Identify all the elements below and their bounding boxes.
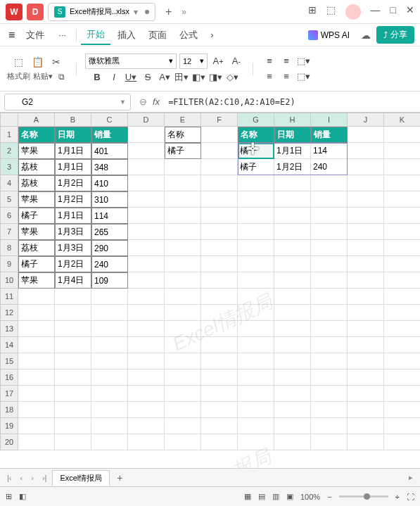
- cell[interactable]: [348, 191, 384, 208]
- cell[interactable]: 销量: [91, 127, 128, 143]
- cell[interactable]: [274, 434, 311, 450]
- row-header-2[interactable]: 2: [0, 143, 18, 159]
- cell[interactable]: [238, 353, 274, 369]
- cell[interactable]: [348, 321, 384, 337]
- cell[interactable]: [128, 353, 165, 369]
- tab-page[interactable]: 页面: [143, 26, 172, 44]
- cell[interactable]: [91, 289, 128, 305]
- cell[interactable]: [238, 175, 274, 191]
- cell[interactable]: [55, 402, 91, 418]
- cell[interactable]: [201, 289, 238, 305]
- cell[interactable]: [384, 353, 420, 369]
- cell[interactable]: [55, 305, 91, 321]
- cell[interactable]: [128, 127, 165, 143]
- cell[interactable]: [348, 337, 384, 353]
- cell[interactable]: [384, 337, 420, 353]
- cell[interactable]: [274, 208, 311, 224]
- cell[interactable]: 240: [311, 159, 348, 175]
- cell[interactable]: [128, 191, 165, 208]
- col-header-H[interactable]: H: [274, 113, 311, 127]
- cell[interactable]: 265: [91, 224, 128, 240]
- cell[interactable]: [201, 224, 238, 240]
- cell[interactable]: 橘子: [238, 159, 274, 175]
- cell[interactable]: [18, 289, 55, 305]
- cell[interactable]: [18, 321, 55, 337]
- sheet-nav-last-icon[interactable]: ›|: [39, 474, 50, 482]
- cell[interactable]: [165, 289, 201, 305]
- cell[interactable]: [128, 321, 165, 337]
- cell[interactable]: 名称: [18, 127, 55, 143]
- cloud-icon[interactable]: ☁: [357, 30, 375, 41]
- cell[interactable]: [18, 418, 55, 434]
- cell[interactable]: [128, 272, 165, 289]
- cell[interactable]: [348, 159, 384, 175]
- cell[interactable]: 348: [91, 159, 128, 175]
- name-box[interactable]: G2 ▼: [4, 94, 131, 110]
- cell[interactable]: 苹果: [18, 143, 55, 159]
- cell[interactable]: 310: [91, 191, 128, 208]
- cell[interactable]: [238, 321, 274, 337]
- view-normal-icon[interactable]: ▦: [244, 492, 251, 501]
- view-reading-icon[interactable]: ▣: [286, 492, 293, 501]
- cell[interactable]: 401: [91, 143, 128, 159]
- clear-format-button[interactable]: ◇▾: [224, 70, 240, 84]
- cell[interactable]: [201, 256, 238, 272]
- cell[interactable]: [238, 369, 274, 386]
- minimize-button[interactable]: —: [371, 4, 381, 20]
- view-break-icon[interactable]: ▥: [272, 492, 279, 501]
- view-page-icon[interactable]: ▤: [258, 492, 265, 501]
- cell[interactable]: [201, 175, 238, 191]
- cell[interactable]: 荔枝: [18, 240, 55, 256]
- cell[interactable]: 290: [91, 240, 128, 256]
- cube-icon[interactable]: ⬚: [326, 4, 336, 20]
- cell[interactable]: [311, 369, 348, 386]
- col-header-A[interactable]: A: [18, 113, 55, 127]
- cell[interactable]: [238, 386, 274, 402]
- cell[interactable]: [311, 337, 348, 353]
- cell[interactable]: [165, 418, 201, 434]
- cell[interactable]: [18, 369, 55, 386]
- cell[interactable]: [165, 353, 201, 369]
- wps-logo-icon[interactable]: W: [6, 4, 23, 20]
- sheet-nav-next-icon[interactable]: ›: [28, 474, 37, 482]
- cell[interactable]: [311, 175, 348, 191]
- cell[interactable]: [201, 386, 238, 402]
- cell[interactable]: [128, 369, 165, 386]
- cell[interactable]: [55, 418, 91, 434]
- cell[interactable]: [128, 224, 165, 240]
- cell[interactable]: [384, 240, 420, 256]
- row-header-18[interactable]: 18: [0, 402, 18, 418]
- col-header-E[interactable]: E: [165, 113, 201, 127]
- maximize-button[interactable]: □: [390, 4, 396, 20]
- row-header-12[interactable]: 12: [0, 305, 18, 321]
- merge-button[interactable]: ⬚▾: [295, 54, 311, 68]
- cell[interactable]: 苹果: [18, 224, 55, 240]
- row-header-5[interactable]: 5: [0, 191, 18, 208]
- cell[interactable]: [55, 337, 91, 353]
- cell[interactable]: [165, 208, 201, 224]
- cell[interactable]: [274, 369, 311, 386]
- cell[interactable]: [311, 386, 348, 402]
- cell[interactable]: [91, 353, 128, 369]
- cell[interactable]: [128, 434, 165, 450]
- cell[interactable]: [165, 386, 201, 402]
- cell[interactable]: 410: [91, 175, 128, 191]
- cell[interactable]: [311, 208, 348, 224]
- cut-icon[interactable]: ✂: [49, 55, 63, 69]
- cell[interactable]: [384, 159, 420, 175]
- cell[interactable]: [384, 418, 420, 434]
- row-header-3[interactable]: 3: [0, 159, 18, 175]
- cell[interactable]: [128, 386, 165, 402]
- cell[interactable]: [274, 353, 311, 369]
- cell[interactable]: [238, 208, 274, 224]
- cell[interactable]: [128, 175, 165, 191]
- cell[interactable]: [91, 402, 128, 418]
- row-header-19[interactable]: 19: [0, 418, 18, 434]
- cell[interactable]: [311, 224, 348, 240]
- cell[interactable]: [18, 305, 55, 321]
- cell[interactable]: [91, 369, 128, 386]
- cell[interactable]: [91, 434, 128, 450]
- cell[interactable]: [128, 402, 165, 418]
- doc-logo-icon[interactable]: D: [27, 4, 44, 20]
- cell[interactable]: [384, 305, 420, 321]
